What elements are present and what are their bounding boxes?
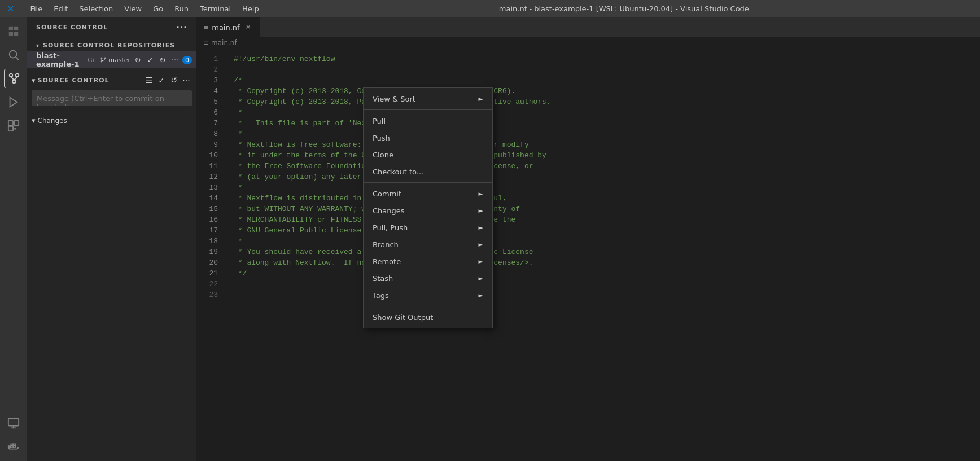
checkout-button[interactable]: ✓ (145, 55, 155, 65)
menu-item-pull-push-label: Pull, Push (373, 223, 408, 232)
main-layout: SOURCE CONTROL ··· ▾ SOURCE CONTROL REPO… (0, 17, 980, 461)
line-numbers: 1 2 3 4 5 6 7 8 9 10 11 12 13 14 15 16 1… (196, 49, 225, 461)
breadcrumb-path: main.nf (211, 39, 237, 47)
repositories-section-title[interactable]: ▾ SOURCE CONTROL REPOSITORIES (27, 39, 196, 51)
svg-point-7 (16, 74, 19, 77)
commit-message-input[interactable] (32, 90, 192, 106)
svg-rect-13 (14, 121, 19, 125)
changes-label: Changes (38, 117, 67, 125)
submenu-arrow-icon: ► (479, 95, 483, 103)
more-actions-button[interactable]: ··· (176, 21, 187, 33)
menu-edit[interactable]: Edit (49, 3, 72, 14)
menu-go[interactable]: Go (148, 3, 168, 14)
repo-more-button[interactable]: ··· (170, 55, 180, 65)
svg-line-5 (16, 57, 19, 60)
menu-item-pull[interactable]: Pull (364, 112, 492, 129)
context-menu: View & Sort ► Pull Push Clone Checkout t… (363, 87, 493, 328)
code-content: #!/usr/bin/env nextflow /* * Copyright (… (225, 49, 980, 461)
tab-file-icon: ≡ (203, 24, 208, 31)
menu-item-stash-label: Stash (373, 274, 393, 283)
tab-main-nf[interactable]: ≡ main.nf ✕ (196, 17, 260, 37)
fetch-button[interactable]: ↻ (133, 55, 143, 65)
menu-item-checkout[interactable]: Checkout to... (364, 163, 492, 180)
window-title: main.nf - blast-example-1 [WSL: Ubuntu-2… (275, 5, 973, 13)
repo-row[interactable]: blast-example-1 Git master ↻ ✓ ↻ ··· 0 (27, 51, 196, 68)
repositories-label: SOURCE CONTROL REPOSITORIES (43, 42, 175, 49)
submenu-arrow-stash-icon: ► (479, 275, 483, 282)
menu-item-show-git-output-label: Show Git Output (373, 313, 433, 322)
changes-section: ▾ Changes (27, 115, 196, 126)
activity-search[interactable] (4, 45, 23, 64)
svg-point-4 (10, 51, 17, 58)
menu-item-push[interactable]: Push (364, 129, 492, 146)
sc-header: ▾ SOURCE CONTROL ☰ ✓ ↺ ··· (27, 72, 196, 88)
menu-item-changes-label: Changes (373, 207, 405, 215)
changes-chevron-icon: ▾ (32, 116, 36, 125)
sc-chevron-icon: ▾ (32, 76, 36, 85)
submenu-arrow-branch-icon: ► (479, 241, 483, 248)
activity-remote[interactable] (4, 414, 23, 433)
menu-item-pull-push[interactable]: Pull, Push ► (364, 219, 492, 236)
menu-file[interactable]: File (25, 3, 47, 14)
menu-item-show-git-output[interactable]: Show Git Output (364, 309, 492, 326)
changes-header[interactable]: ▾ Changes (27, 115, 196, 126)
changes-badge: 0 (182, 56, 192, 64)
menu-item-changes[interactable]: Changes ► (364, 202, 492, 219)
menu-help[interactable]: Help (238, 3, 264, 14)
activity-source-control[interactable] (4, 69, 23, 88)
vscode-logo-icon: ✕ (7, 3, 14, 14)
repo-name: blast-example-1 (36, 51, 84, 68)
sc-header-actions: ☰ ✓ ↺ ··· (143, 74, 192, 86)
menu-item-push-label: Push (373, 134, 390, 142)
breadcrumb: ≡ main.nf (196, 37, 980, 49)
submenu-arrow-remote-icon: ► (479, 258, 483, 265)
menu-item-stash[interactable]: Stash ► (364, 270, 492, 287)
sc-commit-button[interactable]: ✓ (156, 74, 167, 86)
menu-item-clone[interactable]: Clone (364, 146, 492, 163)
svg-rect-12 (8, 121, 13, 125)
tab-close-button[interactable]: ✕ (243, 22, 253, 32)
menu-item-tags-label: Tags (373, 291, 389, 300)
menu-item-remote[interactable]: Remote ► (364, 253, 492, 270)
submenu-arrow-commit-icon: ► (479, 190, 483, 197)
submenu-arrow-tags-icon: ► (479, 292, 483, 299)
svg-rect-14 (8, 126, 13, 131)
menu-item-commit[interactable]: Commit ► (364, 185, 492, 202)
sync-button[interactable]: ↻ (158, 55, 168, 65)
menu-item-tags[interactable]: Tags ► (364, 287, 492, 304)
activity-extensions[interactable] (4, 116, 23, 135)
submenu-arrow-pullpush-icon: ► (479, 224, 483, 231)
svg-rect-22 (14, 444, 16, 446)
repositories-section: ▾ SOURCE CONTROL REPOSITORIES blast-exam… (27, 37, 196, 71)
menu-item-view-sort[interactable]: View & Sort ► (364, 90, 492, 107)
menu-item-clone-label: Clone (373, 151, 393, 159)
menu-item-checkout-label: Checkout to... (373, 168, 423, 176)
menu-run[interactable]: Run (170, 3, 193, 14)
sidebar-header-actions: ··· (176, 21, 187, 33)
tab-bar: ≡ main.nf ✕ (196, 17, 980, 37)
title-bar: ✕ File Edit Selection View Go Run Termin… (0, 0, 980, 17)
svg-rect-15 (8, 419, 19, 426)
sc-refresh-button[interactable]: ↺ (168, 74, 180, 86)
menu-item-branch[interactable]: Branch ► (364, 236, 492, 253)
sc-more-button[interactable]: ··· (181, 74, 192, 86)
activity-bar (0, 17, 27, 461)
svg-marker-11 (10, 98, 18, 107)
sc-section-title: SOURCE CONTROL (38, 77, 110, 84)
svg-rect-20 (14, 446, 16, 447)
menu-divider-3 (364, 306, 492, 306)
menu-terminal[interactable]: Terminal (195, 3, 235, 14)
code-editor[interactable]: 1 2 3 4 5 6 7 8 9 10 11 12 13 14 15 16 1… (196, 49, 980, 461)
activity-explorer[interactable] (4, 21, 23, 41)
menu-item-remote-label: Remote (373, 257, 401, 266)
svg-rect-1 (14, 27, 18, 30)
activity-docker[interactable] (4, 437, 23, 456)
sc-list-view-button[interactable]: ☰ (143, 74, 155, 86)
activity-run[interactable] (4, 93, 23, 112)
menu-selection[interactable]: Selection (75, 3, 117, 14)
tab-filename: main.nf (212, 23, 239, 32)
sidebar-header: SOURCE CONTROL ··· (27, 17, 196, 37)
svg-point-24 (104, 58, 106, 59)
svg-rect-2 (9, 32, 13, 36)
menu-view[interactable]: View (120, 3, 146, 14)
